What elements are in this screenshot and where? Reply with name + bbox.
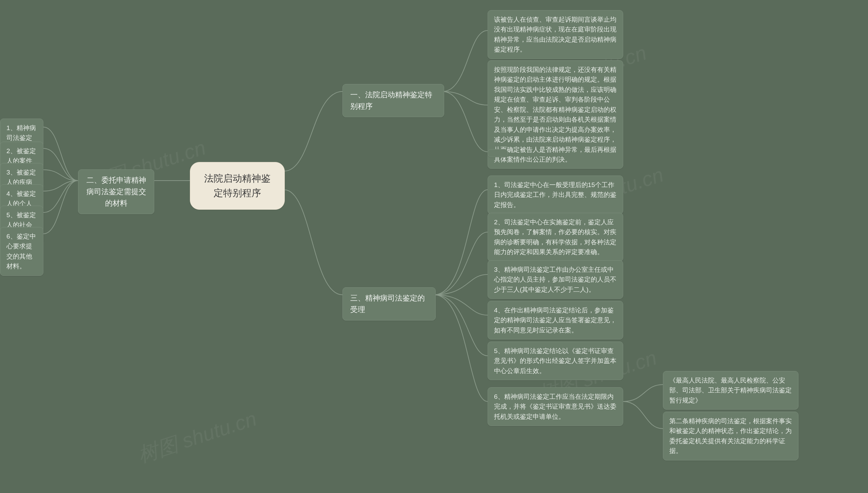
branch-1-child-1-text: 该被告人在侦查、审查起诉期间言谈举止均没有出现精神病症状，现在在庭审阶段出现精神… [494, 15, 617, 55]
branch-1-child-2[interactable]: 按照现阶段我国的法律规定，还没有有关精神病鉴定的启动主体进行明确的规定。根据我国… [488, 60, 623, 169]
branch-3-title: 三、精神病司法鉴定的受理 [350, 292, 428, 315]
branch-1-child-2-text: 按照现阶段我国的法律规定，还没有有关精神病鉴定的启动主体进行明确的规定。根据我国… [494, 65, 617, 164]
branch-2-child-6-text: 6、鉴定中心要求提交的其他材料。 [6, 231, 37, 271]
branch-3-child-6[interactable]: 6、精神病司法鉴定工作应当在法定期限内完成，并将《鉴定书证审查意见书》送达委托机… [488, 387, 623, 426]
root-title: 法院启动精神鉴定特别程序 [204, 171, 271, 201]
branch-1[interactable]: 一、法院启动精神鉴定特别程序 [342, 84, 444, 117]
branch-3-child-5[interactable]: 5、精神病司法鉴定结论以《鉴定书证审查意见书》的形式作出经鉴定人签字并加盖本中心… [488, 342, 623, 380]
branch-3-child-6-sub-1[interactable]: 《最高人民法院、最高人民检察院、公安部、司法部、卫生部关于精神疾病司法鉴定暂行规… [663, 371, 798, 410]
branch-3-child-6-text: 6、精神病司法鉴定工作应当在法定期限内完成，并将《鉴定书证审查意见书》送达委托机… [494, 392, 617, 422]
branch-2-child-6[interactable]: 6、鉴定中心要求提交的其他材料。 [0, 227, 43, 276]
root-node[interactable]: 法院启动精神鉴定特别程序 [190, 162, 285, 210]
branch-2[interactable]: 二、委托申请精神病司法鉴定需提交的材料 [78, 169, 154, 214]
branch-3-child-4[interactable]: 4、在作出精神病司法鉴定结论后，参加鉴定的精神病司法鉴定人应当签署鉴定意见，如有… [488, 301, 623, 340]
watermark: 树图 shutu.cn [134, 405, 260, 469]
branch-3-child-3-text: 3、精神病司法鉴定工作由办公室主任或中心指定的人员主持，参加司法鉴定的人员不少于… [494, 265, 617, 294]
branch-3-child-1[interactable]: 1、司法鉴定中心在一般受理后的15个工作日内完成鉴定工作，并出具完整、规范的鉴定… [488, 176, 623, 214]
branch-3-child-2[interactable]: 2、司法鉴定中心在实施鉴定前，鉴定人应预先阅卷，了解案情，作必要的核实。对疾病的… [488, 213, 623, 262]
branch-1-child-1[interactable]: 该被告人在侦查、审查起诉期间言谈举止均没有出现精神病症状，现在在庭审阶段出现精神… [488, 10, 623, 59]
branch-3-child-1-text: 1、司法鉴定中心在一般受理后的15个工作日内完成鉴定工作，并出具完整、规范的鉴定… [494, 180, 617, 210]
branch-3-child-5-text: 5、精神病司法鉴定结论以《鉴定书证审查意见书》的形式作出经鉴定人签字并加盖本中心… [494, 346, 617, 376]
branch-2-title: 二、委托申请精神病司法鉴定需提交的材料 [86, 174, 146, 209]
branch-1-child-3[interactable] [488, 149, 508, 157]
branch-3-child-2-text: 2、司法鉴定中心在实施鉴定前，鉴定人应预先阅卷，了解案情，作必要的核实。对疾病的… [494, 217, 617, 257]
branch-3-child-6-sub-2-text: 第二条精神疾病的司法鉴定，根据案件事实和被鉴定人的精神状态，作出鉴定结论，为委托… [669, 416, 792, 456]
branch-3-child-6-sub-1-text: 《最高人民法院、最高人民检察院、公安部、司法部、卫生部关于精神疾病司法鉴定暂行规… [669, 375, 792, 405]
branch-3-child-3[interactable]: 3、精神病司法鉴定工作由办公室主任或中心指定的人员主持，参加司法鉴定的人员不少于… [488, 260, 623, 299]
branch-1-title: 一、法院启动精神鉴定特别程序 [350, 89, 436, 112]
branch-3-child-6-sub-2[interactable]: 第二条精神疾病的司法鉴定，根据案件事实和被鉴定人的精神状态，作出鉴定结论，为委托… [663, 412, 798, 460]
branch-3-child-4-text: 4、在作出精神病司法鉴定结论后，参加鉴定的精神病司法鉴定人应当签署鉴定意见，如有… [494, 305, 617, 335]
branch-3[interactable]: 三、精神病司法鉴定的受理 [342, 287, 436, 321]
